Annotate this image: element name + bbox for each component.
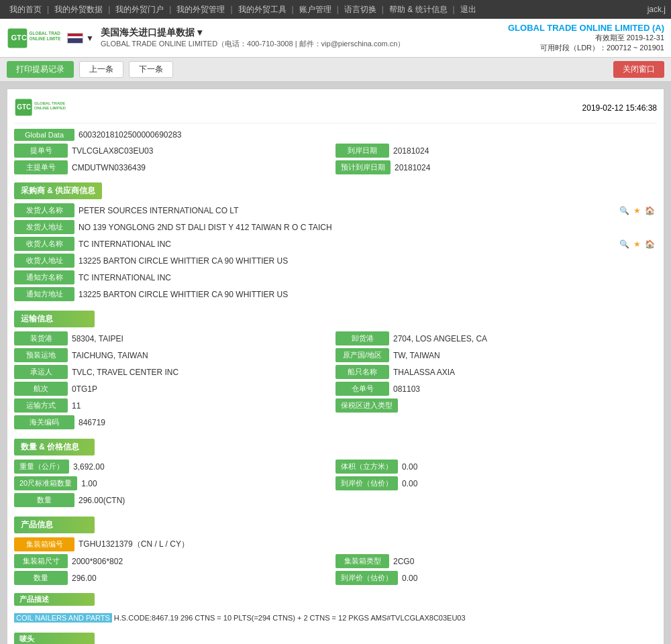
container20-col: 20尺标准箱数量 1.00 [14,476,336,490]
product-price-value: 0.00 [402,574,657,583]
header-left: GTC GLOBAL TRADE ONLINE LIMITED ▼ 美国海关进口… [7,25,405,52]
container-size-col: 集装箱尺寸 2000*806*802 [14,554,336,568]
transport-section-header: 运输信息 [14,311,95,327]
sender-star-icon[interactable]: ★ [633,206,641,215]
transport-mode-row: 运输方式 11 保税区进入类型 [14,398,657,413]
nav-logout[interactable]: 退出 [456,4,480,15]
weight-label: 重量（公斤） [14,460,69,474]
free-zone-label: 保税区进入类型 [336,398,398,413]
warehouse-col: 仓单号 081103 [336,382,657,396]
bill-no-col: 提单号 TVLCGLAX8C03EU03 [14,144,336,158]
carrier-col: 承运人 TVLC, TRAVEL CENTER INC [14,365,336,379]
voyage-col: 航次 0TG1P [14,382,336,396]
customs-row: 海关编码 846719 [14,415,657,429]
master-bill-row: 主提单号 CMDUTWN0336439 预计到岸日期 20181024 [14,160,657,174]
us-flag [67,33,83,44]
receiver-search-icon[interactable]: 🔍 [619,239,629,249]
dest-label: 预装运地 [14,348,68,362]
product-section: 产品信息 集装箱编号 TGHU1321379（CN / L / CY） 集装箱尺… [14,511,657,644]
nav-tools[interactable]: 我的外贸工具 [234,4,291,15]
dest-value: TAICHUNG, TAIWAN [72,351,336,360]
master-bill-label: 主提单号 [14,160,68,174]
close-button-top[interactable]: 关闭窗口 [613,61,664,78]
sender-name-value: PETER SOURCES INTERNATIONAL CO LT [79,206,617,215]
est-arrival-value: 20181024 [395,163,657,172]
arrival-date-value: 20181024 [393,146,657,156]
print-button-top[interactable]: 打印提易记录 [7,61,74,78]
load-port-label: 装货港 [14,331,68,345]
vessel-col: 船只名称 THALASSA AXIA [336,365,657,379]
arrival-price-col: 到岸价（估价） 0.00 [336,476,657,490]
receiver-name-value: TC INTERNATIONAL INC [79,239,617,249]
container-type-value: 2CG0 [393,557,657,566]
receiver-addr-row: 收货人地址 13225 BARTON CIRCLE WHITTIER CA 90… [14,254,657,268]
bill-no-label: 提单号 [14,144,68,158]
receiver-name-label: 收货人名称 [14,237,74,251]
nav-portal[interactable]: 我的外贸门户 [111,4,168,15]
container-size-label: 集装箱尺寸 [14,554,68,568]
port-row: 装货港 58304, TAIPEI 卸货港 2704, LOS ANGELES,… [14,331,657,345]
qty-label: 数量 [14,493,74,507]
arrival-date-label: 到岸日期 [336,144,389,158]
gtc-logo-svg: GTC GLOBAL TRADE ONLINE LIMITED [7,25,60,52]
transport-mode-value: 11 [72,401,336,411]
top-toolbar: 打印提易记录 上一条 下一条 关闭窗口 [0,58,671,82]
nav-trade-data[interactable]: 我的外贸数据 [50,4,107,15]
product-qty-col: 数量 296.00 [14,571,336,585]
load-port-value: 58304, TAIPEI [72,334,336,343]
marks-section-label: 唛头 [14,633,95,644]
sender-name-row: 发货人名称 PETER SOURCES INTERNATIONAL CO LT … [14,203,657,217]
receiver-home-icon[interactable]: 🏠 [645,239,655,249]
product-price-col: 到岸价（估价） 0.00 [336,571,657,585]
supplier-section-header: 采购商 & 供应商信息 [14,182,102,199]
voyage-value: 0TG1P [72,384,336,394]
product-qty-price-row: 数量 296.00 到岸价（估价） 0.00 [14,571,657,585]
qty-value: 296.00(CTN) [79,496,657,505]
card-logo: GTC GLOBAL TRADE ONLINE LIMITED [14,96,81,119]
receiver-addr-label: 收货人地址 [14,254,74,268]
sender-search-icon[interactable]: 🔍 [619,206,629,215]
unload-port-value: 2704, LOS ANGELES, CA [393,334,657,343]
arrival-date-col: 到岸日期 20181024 [336,144,657,158]
flag-dropdown[interactable]: ▼ [86,34,94,43]
product-section-header: 产品信息 [14,517,95,533]
container20-label: 20尺标准箱数量 [14,476,77,490]
voyage-label: 航次 [14,382,68,396]
carrier-label: 承运人 [14,365,68,379]
transport-section: 运输信息 装货港 58304, TAIPEI 卸货港 2704, LOS ANG… [14,305,657,429]
product-desc-header: 产品描述 [14,588,657,610]
sender-addr-label: 发货人地址 [14,220,74,234]
vessel-value: THALASSA AXIA [393,368,657,377]
origin-value: TW, TAIWAN [393,351,657,360]
notify-addr-value: 13225 BARTON CIRCLE WHITTIER CA 90 WHITT… [79,290,657,299]
qty-row: 数量 296.00(CTN) [14,493,657,507]
quantity-section-header: 数量 & 价格信息 [14,439,95,455]
nav-home[interactable]: 我的首页 [5,4,46,15]
svg-text:ONLINE LIMITED: ONLINE LIMITED [34,106,66,110]
free-zone-col: 保税区进入类型 [336,398,657,413]
global-data-row: Global Data 60032018102500000690283 [14,129,657,141]
notify-name-value: TC INTERNATIONAL INC [79,273,657,282]
warehouse-value: 081103 [393,384,657,394]
flag-area[interactable]: ▼ [67,33,94,44]
logo: GTC GLOBAL TRADE ONLINE LIMITED [7,25,60,52]
dest-origin-row: 预装运地 TAICHUNG, TAIWAN 原产国/地区 TW, TAIWAN [14,348,657,362]
prev-button-top[interactable]: 上一条 [79,61,123,78]
marks-header: 唛头 [14,627,657,644]
notify-addr-row: 通知方地址 13225 BARTON CIRCLE WHITTIER CA 90… [14,287,657,301]
nav-help[interactable]: 帮助 & 统计信息 [385,4,452,15]
origin-label: 原产国/地区 [336,348,389,362]
nav-account[interactable]: 账户管理 [295,4,336,15]
volume-label: 体积（立方米） [336,460,398,474]
sender-home-icon[interactable]: 🏠 [645,206,655,215]
container20-price-row: 20尺标准箱数量 1.00 到岸价（估价） 0.00 [14,476,657,490]
container-size-value: 2000*806*802 [72,557,336,566]
nav-language[interactable]: 语言切换 [340,4,380,15]
volume-value: 0.00 [402,462,657,472]
carrier-value: TVLC, TRAVEL CENTER INC [72,368,336,377]
svg-text:GTC: GTC [11,34,27,42]
nav-management[interactable]: 我的外贸管理 [172,4,229,15]
voyage-warehouse-row: 航次 0TG1P 仓单号 081103 [14,382,657,396]
receiver-star-icon[interactable]: ★ [633,239,641,249]
next-button-top[interactable]: 下一条 [129,61,173,78]
